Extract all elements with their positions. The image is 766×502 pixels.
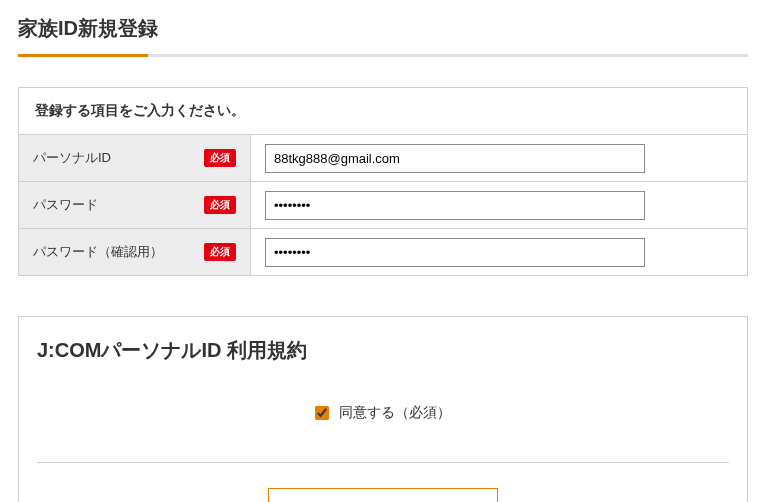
terms-title: J:COMパーソナルID 利用規約 [37,337,729,364]
title-underline [18,54,748,57]
label-cell-password: パスワード 必須 [19,182,251,228]
agree-checkbox[interactable] [315,406,329,420]
form-row-password: パスワード 必須 [18,182,748,229]
label-password: パスワード [33,196,98,214]
input-cell-password [251,182,747,228]
label-cell-personal-id: パーソナルID 必須 [19,135,251,181]
instruction-text: 登録する項目をご入力ください。 [18,87,748,135]
agree-label-wrap[interactable]: 同意する（必須） [315,404,451,420]
required-badge: 必須 [204,196,236,214]
personal-id-input[interactable] [265,144,645,173]
input-cell-password-confirm [251,229,747,275]
agree-row: 同意する（必須） [37,404,729,422]
label-personal-id: パーソナルID [33,149,111,167]
label-cell-password-confirm: パスワード（確認用） 必須 [19,229,251,275]
submit-button[interactable]: 登録 [268,488,498,502]
password-input[interactable] [265,191,645,220]
required-badge: 必須 [204,149,236,167]
password-confirm-input[interactable] [265,238,645,267]
agree-label: 同意する（必須） [339,404,451,420]
submit-row: 登録 [37,462,729,502]
page-title: 家族ID新規登録 [18,15,748,42]
form-row-password-confirm: パスワード（確認用） 必須 [18,229,748,276]
required-badge: 必須 [204,243,236,261]
label-password-confirm: パスワード（確認用） [33,243,163,261]
input-cell-personal-id [251,135,747,181]
terms-section: J:COMパーソナルID 利用規約 同意する（必須） 登録 [18,316,748,502]
form-row-personal-id: パーソナルID 必須 [18,135,748,182]
